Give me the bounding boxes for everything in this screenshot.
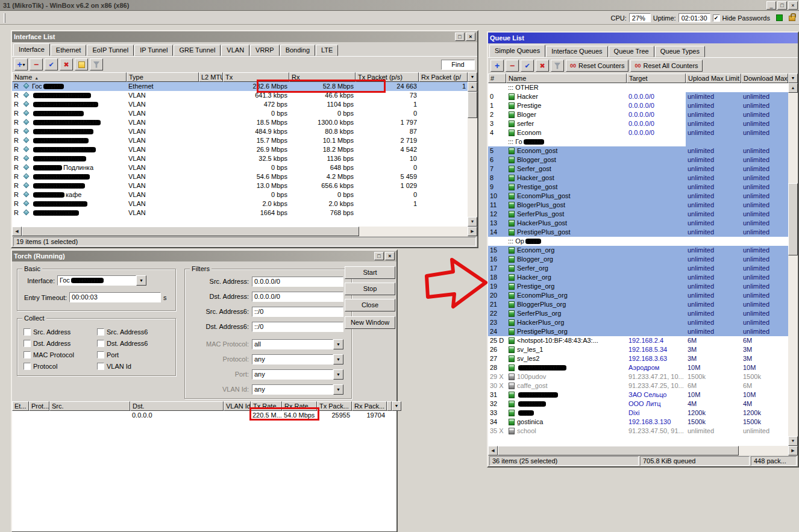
dropdown-button[interactable]: ▼	[333, 339, 343, 349]
entry-timeout-field[interactable]: 00:00:03	[69, 292, 161, 302]
maximize-button[interactable]: □	[455, 33, 465, 41]
disable-button[interactable]: ✖	[60, 58, 73, 70]
queue-row[interactable]: 27sv_les2192.168.3.633M3M	[488, 354, 788, 363]
add-button[interactable]: +▾	[14, 58, 28, 70]
minimize-button[interactable]: _	[766, 1, 776, 10]
torch-column-header[interactable]: Tx Rate	[251, 401, 282, 411]
filter-value-field[interactable]: any	[252, 369, 333, 380]
torch-row[interactable]: 0.0.0.0220.5 M...54.0 Mbps2595519704	[12, 411, 396, 420]
column-select-button[interactable]: ▼	[392, 401, 401, 411]
interface-column-header[interactable]: Tx	[223, 72, 289, 82]
scroll-thumb[interactable]	[498, 446, 739, 455]
torch-column-header[interactable]: Src.	[49, 401, 130, 411]
queue-comment-row[interactable]: ::: OTHER	[488, 83, 788, 92]
queue-comment-row[interactable]: ::: Ор	[488, 237, 788, 246]
scroll-track[interactable]	[468, 92, 477, 217]
checkbox-unchecked[interactable]	[24, 363, 31, 370]
interface-tab[interactable]: Bonding	[280, 45, 315, 56]
column-select-button[interactable]: ▼	[788, 74, 798, 83]
scroll-track[interactable]	[498, 446, 788, 455]
filter-value-field[interactable]: ::/0	[252, 307, 343, 317]
queue-row[interactable]: 28Аэродром10M10M	[488, 363, 788, 372]
queue-row[interactable]: 22SerferPlus_orgunlimitedunlimited	[488, 309, 788, 318]
scroll-up-button[interactable]: ▲	[788, 83, 798, 93]
add-button[interactable]: +	[490, 60, 504, 72]
scroll-down-button[interactable]: ▼	[788, 436, 798, 446]
interface-row[interactable]: RVLAN26.9 Mbps18.2 Mbps4 542	[12, 145, 468, 154]
scroll-thumb[interactable]	[468, 92, 477, 118]
interface-column-header[interactable]: Name▲	[12, 72, 127, 82]
interface-column-header[interactable]: Tx Packet (p/s)	[356, 72, 419, 82]
dropdown-button[interactable]: ▼	[333, 354, 343, 365]
interface-hscrollbar[interactable]: ◀ ▶	[12, 227, 477, 236]
checkbox-unchecked[interactable]	[97, 351, 104, 358]
hide-passwords-checkbox[interactable]: ✔	[713, 14, 720, 22]
main-titlebar[interactable]: 31 (MikroTik) - WinBox v6.2 on x86 (x86)…	[0, 0, 799, 11]
queue-row[interactable]: 23HackerPlus_orgunlimitedunlimited	[488, 318, 788, 327]
queue-row[interactable]: 11BlogerPlus_gostunlimitedunlimited	[488, 201, 788, 210]
interface-tab[interactable]: GRE Tunnel	[174, 45, 221, 56]
checkbox-unchecked[interactable]	[24, 328, 31, 336]
queue-tab[interactable]: Interface Queues	[546, 46, 607, 57]
interface-row[interactable]: RVLAN1664 bps768 bps	[12, 208, 468, 217]
queue-row[interactable]: 24PrestigePlus_orgunlimitedunlimited	[488, 327, 788, 336]
queue-tab[interactable]: Queue Types	[655, 46, 705, 57]
interface-row[interactable]: RVLAN472 bps1104 bps1	[12, 100, 468, 109]
reset-counters-button[interactable]: 00Reset Counters	[566, 60, 628, 72]
queue-row[interactable]: 2Bloger0.0.0.0/0unlimitedunlimited	[488, 110, 788, 119]
filter-value-field[interactable]: 0.0.0.0/0	[252, 277, 343, 287]
queue-row[interactable]: 30 Xcaffe_gost91.233.47.25, 10...6M6M	[488, 381, 788, 390]
interface-tab[interactable]: Ethernet	[51, 45, 87, 56]
torch-new-window-button[interactable]: New Window	[345, 316, 395, 329]
scroll-thumb[interactable]	[788, 183, 798, 255]
interface-row[interactable]: RVLAN2.0 kbps2.0 kbps1	[12, 199, 468, 208]
torch-stop-button[interactable]: Stop	[345, 283, 395, 295]
scroll-thumb[interactable]	[22, 227, 359, 236]
filter-value-field[interactable]: any	[252, 384, 333, 395]
checkbox-unchecked[interactable]	[97, 340, 104, 347]
filter-value-field[interactable]: any	[252, 354, 333, 365]
scroll-left-button[interactable]: ◀	[12, 227, 22, 236]
enable-button[interactable]: ✔	[45, 58, 58, 70]
collect-option[interactable]: Src. Address	[24, 326, 97, 337]
interface-row[interactable]: RVLAN32.5 kbps1136 bps10	[12, 154, 468, 163]
collect-option[interactable]: Port	[97, 349, 171, 360]
scroll-track[interactable]	[22, 227, 468, 236]
queue-row[interactable]: 26sv_les_1192.168.5.343M3M	[488, 345, 788, 354]
scroll-down-button[interactable]: ▼	[468, 217, 477, 227]
collect-option[interactable]: Protocol	[24, 360, 97, 372]
interface-row[interactable]: RГосEthernet232.6 Mbps52.8 Mbps24 6631	[12, 82, 468, 91]
interface-column-header[interactable]: Rx Packet (p/	[419, 72, 468, 82]
dropdown-button[interactable]: ▼	[136, 275, 146, 286]
interface-tab[interactable]: IP Tunnel	[134, 45, 173, 56]
dropdown-button[interactable]: ▼	[333, 384, 343, 395]
interface-row[interactable]: RVLAN484.9 kbps80.8 kbps87	[12, 127, 468, 136]
torch-close-button[interactable]: Close	[345, 299, 395, 311]
queue-column-header[interactable]: #	[488, 74, 506, 83]
collect-option[interactable]: Dst. Address6	[97, 337, 171, 349]
collect-option[interactable]: Src. Address6	[97, 326, 171, 337]
collect-option[interactable]: VLAN Id	[97, 360, 171, 372]
filter-button[interactable]	[551, 60, 564, 72]
queue-row[interactable]: 17Serfer_orgunlimitedunlimited	[488, 264, 788, 273]
queue-row[interactable]: 12SerferPlus_gostunlimitedunlimited	[488, 210, 788, 219]
column-select-button[interactable]: ▼	[468, 72, 477, 82]
scroll-track[interactable]	[788, 93, 798, 436]
checkbox-unchecked[interactable]	[97, 363, 104, 370]
queue-row[interactable]: 0Hacker0.0.0.0/0unlimitedunlimited	[488, 92, 788, 101]
interface-row[interactable]: RкафеVLAN0 bps0 bps0	[12, 190, 468, 199]
interface-tab[interactable]: EoIP Tunnel	[87, 45, 134, 56]
checkbox-unchecked[interactable]	[97, 328, 104, 336]
close-button[interactable]: ×	[788, 1, 798, 10]
queue-column-header[interactable]: Name	[506, 74, 627, 83]
filter-value-field[interactable]: ::/0	[252, 322, 343, 332]
interface-row[interactable]: RVLAN13.0 Mbps656.6 kbps1 029	[12, 181, 468, 190]
interface-column-header[interactable]: Type	[127, 72, 199, 82]
disable-button[interactable]: ✖	[536, 60, 549, 72]
interface-row[interactable]: RПодлинкаVLAN0 bps648 bps0	[12, 163, 468, 172]
queue-row[interactable]: 21BloggerPlus_orgunlimitedunlimited	[488, 300, 788, 309]
interface-column-header[interactable]: Rx	[289, 72, 356, 82]
interface-row[interactable]: RVLAN0 bps0 bps0	[12, 109, 468, 118]
queue-row[interactable]: 20EconomPlus_orgunlimitedunlimited	[488, 291, 788, 300]
queue-row[interactable]: 35 Xschool91.233.47.50, 91...unlimitedun…	[488, 427, 788, 436]
